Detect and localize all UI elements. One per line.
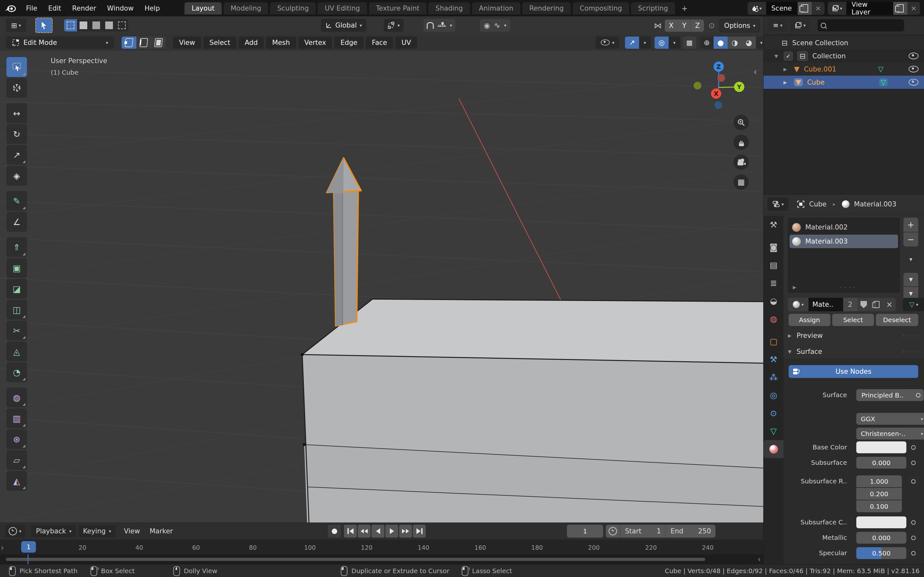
tool-transform[interactable]: ◈ [6,166,27,185]
timeline-view-menu[interactable]: View [124,527,140,535]
tab-object-data[interactable]: ▽ [764,422,783,440]
breadcrumb-object[interactable]: Cube [809,200,827,208]
magnet-icon[interactable] [427,22,434,29]
add-workspace-button[interactable]: + [677,2,692,15]
workspace-tab-sculpting[interactable]: Sculpting [270,2,316,15]
menu-window[interactable]: Window [102,5,139,12]
playback-menu[interactable]: Playback ▾ [31,525,76,537]
tool-move[interactable]: ↔ [6,103,27,123]
workspace-tab-scripting[interactable]: Scripting [631,2,675,15]
tab-object[interactable]: ▢ [764,332,783,350]
use-nodes-button[interactable]: Use Nodes [788,365,918,378]
tool-annotate[interactable]: ✎ [6,191,27,211]
shading-material-button[interactable]: ◑ [728,37,742,49]
mirror-z-button[interactable]: Z [691,19,704,32]
tool-loop-cut[interactable]: ◫ [6,300,27,319]
tool-poly-build[interactable]: ◬ [6,342,27,361]
viewport-menu-mesh[interactable]: Mesh [266,37,296,49]
pan-button[interactable] [733,135,749,150]
outliner-row-cube001[interactable]: ▶ ▼ Cube.001 ▽ [764,63,924,76]
specular-socket[interactable] [908,548,919,559]
zoom-button[interactable] [733,115,749,130]
breadcrumb-material[interactable]: Material.003 [854,200,897,208]
outliner-editor-type-button[interactable]: ≡ ▾ [768,19,787,32]
viewport-menu-vertex[interactable]: Vertex [298,37,333,49]
workspace-tab-layout[interactable]: Layout [184,2,221,15]
outliner-row-cube[interactable]: ▶ ▼ Cube ▽ [764,76,924,89]
workspace-tab-compositing[interactable]: Compositing [573,2,629,15]
workspace-tab-rendering[interactable]: Rendering [522,2,571,15]
tab-world[interactable]: ◍ [764,310,783,328]
next-keyframe-button[interactable] [399,525,412,538]
tool-knife[interactable]: ✂ [6,321,27,340]
select-button[interactable]: Select [832,314,874,326]
keying-menu[interactable]: Keying ▾ [79,525,116,537]
distribution-dropdown[interactable]: GGX ▾ [856,413,924,425]
select-mode-subtract-button[interactable] [90,19,103,31]
timeline-scroll-area[interactable]: ‹ [0,554,763,564]
outliner-row-scene-collection[interactable]: ⊟ Scene Collection [764,36,924,49]
scene-icon[interactable]: ▾ [748,2,766,15]
mirror-x-button[interactable]: X [665,19,678,32]
end-frame-field[interactable]: End 250 [666,525,716,538]
surface-shader-field[interactable]: Principled B.. [856,389,924,401]
scene-name-field[interactable]: Scene [766,2,798,15]
tool-measure[interactable]: ∠ [6,212,27,232]
viewport-menu-edge[interactable]: Edge [334,37,363,49]
tool-inset-faces[interactable]: ▣ [6,258,27,278]
browse-material-button[interactable]: ▾ [788,298,809,311]
outliner-search-input[interactable] [817,19,904,31]
specular-slider[interactable]: 0.500 [856,547,906,559]
view-layer-name-field[interactable]: View Layer [846,2,893,15]
subsurface-color-swatch[interactable] [856,516,906,528]
select-mode-invert-button[interactable] [103,19,115,31]
mirror-y-button[interactable]: Y [678,19,691,32]
play-reverse-button[interactable] [372,525,384,538]
timeline-editor-type-button[interactable]: ▾ [5,525,25,538]
list-resize-grip[interactable] [840,284,855,291]
users-count-button[interactable]: 2 [843,298,857,311]
fake-user-button[interactable] [857,298,870,311]
menu-edit[interactable]: Edit [43,5,67,12]
surface-panel-header[interactable]: ▼ Surface [783,348,921,356]
workspace-tab-shading[interactable]: Shading [428,2,470,15]
snap-increment-icon[interactable] [437,22,447,29]
shading-rendered-button[interactable]: ◕ [742,37,756,49]
viewport-menu-add[interactable]: Add [239,37,264,49]
show-hide-dropdown[interactable]: ▾ [596,37,619,49]
current-frame-field[interactable]: 1 [567,525,603,538]
snap-dropdown[interactable]: ▾ [384,19,404,32]
eye-icon[interactable] [909,53,919,59]
overlays-dropdown[interactable]: ▾ [669,37,680,49]
disclosure-triangle-icon[interactable]: ▼ [774,53,778,59]
metallic-socket[interactable] [908,532,919,543]
view-layer-icon[interactable]: ▾ [828,2,846,15]
viewport-menu-view[interactable]: View [173,37,201,49]
select-mode-new-button[interactable] [64,19,77,31]
options-dropdown[interactable]: Options ▾ [719,19,760,32]
timeline-ruler[interactable]: 1 20 40 60 80 100 120 140 160 180 200 22… [0,540,763,554]
tool-scale[interactable]: ↗ [6,145,27,165]
properties-editor-type-button[interactable]: ▾ [767,197,788,211]
outliner-display-mode-button[interactable]: ▾ [790,19,811,32]
viewport-menu-select[interactable]: Select [204,37,236,49]
eye-icon[interactable] [909,66,919,73]
select-mode-extend-button[interactable] [77,19,90,31]
expand-arrow[interactable]: › [1,543,4,552]
blender-logo-icon[interactable] [0,3,21,13]
eye-icon[interactable] [909,79,919,85]
start-frame-field[interactable]: Start 1 [620,525,666,538]
outliner-row-collection[interactable]: ▼ ✓ ⊟ Collection [764,49,924,63]
tool-shrink-fatten[interactable]: ⊛ [6,429,27,449]
collection-checkbox[interactable]: ✓ [784,52,793,61]
duplicate-view-layer-button[interactable] [893,2,907,15]
panel-grip[interactable] [903,332,918,340]
new-material-button[interactable] [870,298,883,311]
tab-particles[interactable]: ⁂ [764,368,783,386]
collapse-panel-arrow[interactable]: ‹ [753,66,757,77]
subsurface-radius-x-field[interactable]: 1.000 [856,475,902,487]
menu-help[interactable]: Help [139,5,165,12]
shading-solid-button[interactable]: ● [714,37,728,49]
subsurface-socket[interactable] [908,457,919,468]
tool-smooth[interactable]: ◍ [6,388,27,408]
